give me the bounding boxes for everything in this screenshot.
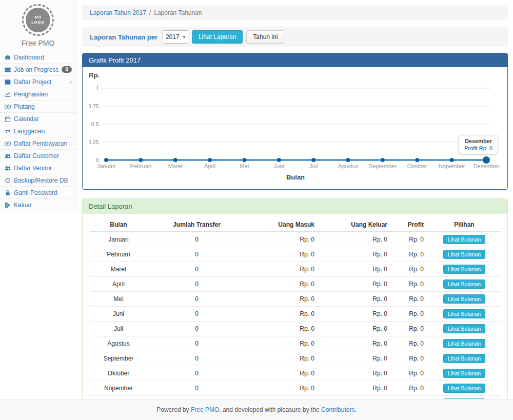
view-monthly-button[interactable]: Lihat Bulanan	[443, 384, 485, 393]
users-icon	[4, 152, 11, 159]
cell-action: Lihat Bulanan	[428, 262, 501, 277]
table-row: Maret0Rp. 0Rp. 0Rp. 0Lihat Bulanan	[90, 262, 501, 277]
sidebar-item-label: Dashboard	[14, 54, 44, 61]
view-monthly-button[interactable]: Lihat Bulanan	[443, 324, 485, 333]
cell-profit: Rp. 0	[391, 292, 428, 307]
cell-profit: Rp. 0	[391, 232, 428, 247]
cell-bulan: Maret	[90, 262, 147, 277]
no-logo-icon: NO LOGO	[22, 4, 54, 36]
cell-profit: Rp. 0	[391, 262, 428, 277]
this-year-button[interactable]: Tahun ini	[246, 30, 284, 44]
cell-action: Lihat Bulanan	[428, 292, 501, 307]
column-header: Uang Keluar	[319, 218, 391, 232]
cell-uang_keluar: Rp. 0	[319, 232, 391, 247]
sidebar-item-ganti-password[interactable]: Ganti Password	[0, 187, 76, 199]
cell-action: Lihat Bulanan	[428, 232, 501, 247]
tasks-icon	[4, 66, 11, 73]
view-monthly-button[interactable]: Lihat Bulanan	[443, 294, 485, 304]
table-row: Agustus0Rp. 0Rp. 0Rp. 0Lihat Bulanan	[90, 336, 501, 351]
cell-uang_masuk: Rp. 0	[247, 336, 319, 351]
cell-profit: Rp. 0	[391, 351, 428, 366]
svg-text:0.5: 0.5	[91, 121, 99, 127]
footer-link-freepmo[interactable]: Free PMO	[191, 406, 219, 413]
cell-profit: Rp. 0	[391, 247, 428, 262]
sidebar-item-piutang[interactable]: Piutang	[0, 101, 76, 113]
cell-uang_masuk: Rp. 0	[247, 292, 319, 307]
cell-bulan: Pebruari	[90, 247, 147, 262]
logo-text-line2: LOGO	[31, 20, 45, 25]
sidebar-item-daftar-customer[interactable]: Daftar Customer	[0, 150, 76, 162]
tooltip-value: Profit Rp: 0	[464, 145, 492, 151]
cell-jumlah_transfer: 0	[147, 262, 247, 277]
cell-action: Lihat Bulanan	[428, 277, 501, 292]
cell-uang_masuk: Rp. 0	[247, 322, 319, 336]
money-icon	[4, 140, 11, 147]
page-footer: Powered by Free PMO, and developed with …	[0, 399, 513, 420]
money-icon	[4, 103, 11, 110]
chart-panel-title: Grafik Profit 2017	[83, 53, 507, 67]
cell-uang_keluar: Rp. 0	[319, 351, 391, 366]
table-row: Oktober0Rp. 0Rp. 0Rp. 0Lihat Bulanan	[90, 366, 501, 381]
footer-link-contributors[interactable]: Contributors	[321, 406, 354, 413]
sidebar-item-daftar-vendor[interactable]: Daftar Vendor	[0, 162, 76, 174]
view-monthly-button[interactable]: Lihat Bulanan	[443, 339, 485, 348]
sidebar-item-daftar-pembayaran[interactable]: Daftar Pembayaran	[0, 137, 76, 150]
table-row: Nopember0Rp. 0Rp. 0Rp. 0Lihat Bulanan	[90, 381, 501, 396]
cell-profit: Rp. 0	[391, 366, 428, 381]
profit-chart-svg[interactable]: 00.250.50.751JanuariPebruariMaretAprilMe…	[89, 81, 502, 171]
year-select[interactable]: 2017 ▾	[163, 30, 188, 44]
sidebar-item-backup-restore-db[interactable]: Backup/Restore DB	[0, 174, 76, 187]
table-row: Mei0Rp. 0Rp. 0Rp. 0Lihat Bulanan	[90, 292, 501, 307]
view-monthly-button[interactable]: Lihat Bulanan	[443, 250, 485, 259]
chart-area[interactable]: Rp. 00.250.50.751JanuariPebruariMaretApr…	[83, 67, 507, 189]
sidebar-item-label: Piutang	[14, 103, 35, 110]
breadcrumb-link[interactable]: Laporan Tahun 2017	[90, 9, 146, 16]
svg-text:1: 1	[96, 85, 99, 91]
cell-bulan: Januari	[90, 232, 147, 247]
main-content: Laporan Tahun 2017 / Laporan Tahunan Lap…	[82, 0, 508, 420]
chart-x-axis-label: Bulan	[89, 173, 502, 181]
cell-profit: Rp. 0	[391, 336, 428, 351]
cell-bulan: Mei	[90, 292, 147, 307]
footer-text-middle: , and developed with pleasure by the	[219, 406, 319, 413]
sidebar-item-penghasilan[interactable]: Penghasilan	[0, 88, 76, 101]
sidebar-item-label: Backup/Restore DB	[14, 177, 68, 184]
view-monthly-button[interactable]: Lihat Bulanan	[443, 265, 485, 274]
calendar-icon	[4, 115, 11, 122]
svg-text:Nopember: Nopember	[439, 163, 465, 169]
sidebar-item-job-on-progress[interactable]: Job on Progress0	[0, 64, 76, 76]
view-monthly-button[interactable]: Lihat Bulanan	[443, 235, 485, 244]
sidebar-item-calendar[interactable]: Calendar	[0, 113, 76, 125]
cell-jumlah_transfer: 0	[147, 247, 247, 262]
sidebar-item-langganan[interactable]: Langganan	[0, 125, 76, 137]
cell-action: Lihat Bulanan	[428, 322, 501, 336]
sidebar-item-daftar-project[interactable]: Daftar Project‹	[0, 76, 76, 88]
profit-chart-panel: Grafik Profit 2017 Rp. 00.250.50.751Janu…	[82, 53, 508, 190]
sign-out-icon	[4, 202, 11, 208]
view-monthly-button[interactable]: Lihat Bulanan	[443, 279, 485, 289]
svg-text:Agustus: Agustus	[338, 163, 359, 169]
sidebar-menu: DashboardJob on Progress0Daftar Project‹…	[0, 51, 76, 211]
cell-profit: Rp. 0	[391, 322, 428, 336]
detail-panel-title: Detail Laporan	[83, 199, 507, 214]
line-chart-icon	[4, 91, 11, 97]
view-monthly-button[interactable]: Lihat Bulanan	[443, 354, 485, 363]
sidebar-item-dashboard[interactable]: Dashboard	[0, 51, 76, 64]
table-row: Juni0Rp. 0Rp. 0Rp. 0Lihat Bulanan	[90, 307, 501, 322]
view-report-button[interactable]: Lihat Laporan	[192, 30, 243, 44]
sidebar-item-label: Daftar Customer	[14, 152, 59, 159]
cell-uang_masuk: Rp. 0	[247, 247, 319, 262]
brand-area: NO LOGO Free PMO	[0, 0, 76, 51]
sidebar-item-label: Job on Progress	[14, 66, 58, 73]
column-header: Pilihan	[428, 218, 501, 232]
report-table-body: Januari0Rp. 0Rp. 0Rp. 0Lihat BulananPebr…	[90, 232, 501, 420]
cell-jumlah_transfer: 0	[147, 381, 247, 396]
view-monthly-button[interactable]: Lihat Bulanan	[443, 369, 485, 378]
cell-uang_masuk: Rp. 0	[247, 381, 319, 396]
cell-uang_masuk: Rp. 0	[247, 351, 319, 366]
lock-icon	[4, 189, 11, 196]
sidebar-item-keluar[interactable]: Keluar	[0, 199, 76, 211]
cell-uang_masuk: Rp. 0	[247, 366, 319, 381]
svg-text:April: April	[204, 163, 215, 169]
view-monthly-button[interactable]: Lihat Bulanan	[443, 309, 485, 318]
